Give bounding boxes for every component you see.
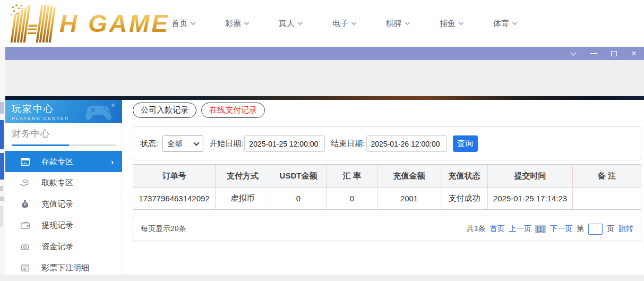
site-logo[interactable]: H GAME (4, 2, 170, 45)
cell-status: 支付成功 (441, 188, 488, 210)
empty-content-area (5, 60, 644, 96)
bottom-strip (0, 275, 644, 281)
nav-item-home[interactable]: 首页 (171, 19, 195, 29)
col-header-status: 充值状态 (441, 165, 488, 188)
prev-page-link[interactable]: 上一页 (509, 224, 531, 234)
nav-label: 棋牌 (386, 19, 402, 29)
sidebar-item-label: 资金记录 (41, 242, 73, 252)
list-icon (20, 263, 30, 273)
sidebar-header: 玩家中心 PLAYERS CENTER (5, 100, 122, 123)
pagination-panel: 每页显示20条 共1条 首页 上一页 [1] 下一页 第 页 跳转 (133, 216, 641, 241)
table-header-row: 订单号 支付方式 USDT金额 汇 率 充值金额 充值状态 提交时间 备 注 (133, 165, 641, 188)
window-title-bar[interactable]: × (5, 47, 644, 60)
background-page-fragment (0, 120, 4, 149)
next-page-link[interactable]: 下一页 (550, 224, 572, 234)
col-header-rate: 汇 率 (327, 165, 377, 188)
jump-page-input[interactable] (588, 224, 603, 235)
sidebar-menu: 存款专区 › 取款专区 充值记录 (5, 151, 122, 278)
chevron-down-icon (298, 20, 303, 25)
sidebar-item-label: 存款专区 (41, 157, 73, 167)
background-page-strip (0, 47, 5, 281)
start-date-input[interactable] (244, 135, 325, 152)
nav-label: 捕鱼 (440, 19, 456, 29)
record-tabs: 公司入款记录 在线支付记录 (133, 103, 265, 118)
nav-item-lottery[interactable]: 彩票 (225, 19, 248, 29)
logo-text: H GAME (59, 3, 170, 44)
purse-icon (20, 242, 30, 251)
sidebar-item-recharge-records[interactable]: 充值记录 (5, 193, 122, 215)
tab-company-deposit-records[interactable]: 公司入款记录 (133, 103, 196, 118)
sidebar: 玩家中心 PLAYERS CENTER 财务中心 (5, 100, 122, 275)
chevron-down-icon (405, 20, 410, 25)
nav-label: 彩票 (225, 19, 241, 29)
nav-item-fishing[interactable]: 捕鱼 (440, 19, 463, 29)
chevron-down-icon (512, 20, 518, 25)
pager: 共1条 首页 上一页 [1] 下一页 第 页 跳转 (467, 216, 633, 242)
sidebar-item-label: 充值记录 (41, 199, 73, 209)
window-close-button[interactable]: × (628, 49, 640, 58)
chevron-down-icon (244, 20, 250, 25)
background-page-fragment (0, 186, 3, 191)
background-page-fragment (0, 153, 4, 180)
gamepad-icon (84, 101, 117, 123)
window-minimize-button[interactable] (588, 49, 599, 58)
end-date-label: 结束日期: (331, 139, 365, 149)
col-header-amount: 充值金额 (377, 165, 441, 188)
cell-amount: 2001 (377, 188, 441, 210)
app-body: 玩家中心 PLAYERS CENTER 财务中心 (5, 100, 644, 275)
nav-item-slots[interactable]: 电子 (332, 19, 356, 29)
sidebar-item-label: 彩票下注明细 (41, 263, 89, 273)
maximize-icon (611, 51, 617, 56)
chevron-down-icon (191, 20, 196, 25)
col-header-submit-time: 提交时间 (488, 165, 573, 188)
logo-h-icon (4, 3, 59, 44)
jump-prefix-text: 第 (577, 224, 584, 234)
current-page-indicator: [1] (535, 225, 546, 233)
status-select[interactable]: 全部 (162, 135, 203, 152)
nav-label: 真人 (279, 19, 295, 29)
cell-remark (573, 188, 641, 210)
nav-item-live[interactable]: 真人 (279, 19, 302, 29)
nav-item-boardgames[interactable]: 棋牌 (386, 19, 409, 29)
window-collapse-button[interactable] (568, 49, 579, 58)
hand-coin-icon (20, 178, 30, 188)
status-label: 状态: (140, 139, 158, 149)
money-bag-icon (20, 199, 30, 209)
wallet-icon (20, 220, 30, 230)
bank-card-icon (20, 157, 30, 166)
tab-online-payment-records[interactable]: 在线支付记录 (201, 103, 265, 118)
nav-item-sports[interactable]: 体育 (493, 19, 517, 29)
cell-submit-time: 2025-01-25 17:14:23 (488, 188, 573, 210)
window-maximize-button[interactable] (608, 49, 620, 58)
status-select-value: 全部 (167, 139, 182, 149)
cell-usdt-amount: 0 (270, 188, 327, 210)
chevron-down-icon (351, 20, 357, 25)
payment-records-table: 订单号 支付方式 USDT金额 汇 率 充值金额 充值状态 提交时间 备 注 1… (133, 164, 641, 210)
sidebar-item-label: 取款专区 (41, 178, 73, 188)
start-date-label: 开始日期: (209, 139, 243, 149)
filter-panel: 状态: 全部 开始日期: 结束日期: 查询 (133, 126, 641, 160)
first-page-link[interactable]: 首页 (490, 224, 504, 234)
col-header-usdt-amount: USDT金额 (270, 165, 327, 188)
main-content: 公司入款记录 在线支付记录 状态: 全部 开始日期: 结束日期: 查询 (122, 100, 644, 275)
top-nav-bar: H GAME 首页 彩票 真人 电子 棋牌 (0, 0, 644, 47)
sidebar-item-funds-records[interactable]: 资金记录 (5, 236, 122, 257)
sidebar-item-label: 提现记录 (41, 220, 73, 231)
sidebar-item-withdraw-records[interactable]: 提现记录 (5, 215, 122, 236)
total-count-text: 共1条 (467, 224, 486, 234)
jump-suffix-text: 页 (607, 224, 614, 234)
sidebar-item-deposit-zone[interactable]: 存款专区 › (5, 151, 122, 172)
end-date-input[interactable] (366, 135, 447, 152)
col-header-remark: 备 注 (573, 165, 641, 188)
background-page-fragment (0, 197, 4, 201)
banner-edge (5, 96, 644, 100)
sidebar-item-withdraw-zone[interactable]: 取款专区 (5, 172, 122, 193)
table-row: 1737796463142092 虚拟币 0 0 2001 支付成功 2025-… (133, 188, 641, 210)
background-page-fragment (0, 206, 3, 227)
col-header-order-no: 订单号 (133, 165, 216, 188)
query-button[interactable]: 查询 (453, 135, 478, 152)
background-page-fragment (0, 102, 4, 114)
jump-link[interactable]: 跳转 (619, 224, 633, 234)
minimize-icon (590, 53, 597, 54)
nav-label: 首页 (171, 19, 187, 29)
